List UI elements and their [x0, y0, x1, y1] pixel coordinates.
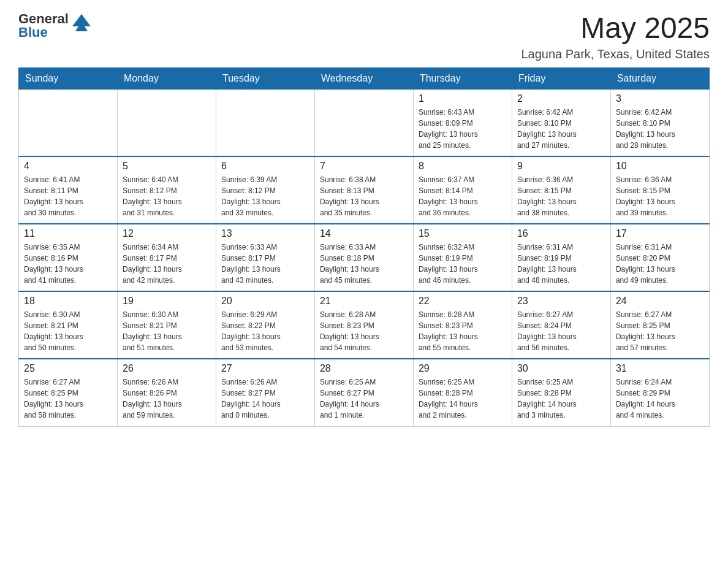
calendar-cell: 29Sunrise: 6:25 AM Sunset: 8:28 PM Dayli… [413, 359, 512, 426]
calendar-cell: 31Sunrise: 6:24 AM Sunset: 8:29 PM Dayli… [610, 359, 709, 426]
day-number: 29 [419, 363, 507, 374]
header-thursday: Thursday [413, 67, 512, 89]
calendar-cell [314, 89, 413, 156]
day-info: Sunrise: 6:36 AM Sunset: 8:15 PM Dayligh… [616, 174, 704, 218]
day-info: Sunrise: 6:33 AM Sunset: 8:17 PM Dayligh… [221, 242, 309, 286]
calendar-cell: 27Sunrise: 6:26 AM Sunset: 8:27 PM Dayli… [216, 359, 314, 426]
calendar-cell: 1Sunrise: 6:43 AM Sunset: 8:09 PM Daylig… [413, 89, 512, 156]
day-number: 18 [24, 296, 112, 307]
calendar-cell: 3Sunrise: 6:42 AM Sunset: 8:10 PM Daylig… [610, 89, 709, 156]
header-wednesday: Wednesday [314, 67, 413, 89]
calendar-cell: 7Sunrise: 6:38 AM Sunset: 8:13 PM Daylig… [314, 156, 413, 224]
day-number: 6 [221, 161, 309, 172]
day-number: 16 [517, 228, 605, 239]
calendar-cell: 15Sunrise: 6:32 AM Sunset: 8:19 PM Dayli… [413, 224, 512, 291]
calendar-cell: 22Sunrise: 6:28 AM Sunset: 8:23 PM Dayli… [413, 291, 512, 359]
day-info: Sunrise: 6:31 AM Sunset: 8:20 PM Dayligh… [616, 242, 704, 286]
day-info: Sunrise: 6:34 AM Sunset: 8:17 PM Dayligh… [123, 242, 211, 286]
day-number: 12 [123, 228, 211, 239]
day-number: 26 [123, 363, 211, 374]
calendar-cell: 11Sunrise: 6:35 AM Sunset: 8:16 PM Dayli… [19, 224, 118, 291]
day-info: Sunrise: 6:30 AM Sunset: 8:21 PM Dayligh… [24, 309, 112, 353]
day-info: Sunrise: 6:27 AM Sunset: 8:25 PM Dayligh… [616, 309, 704, 353]
day-number: 24 [616, 296, 704, 307]
day-info: Sunrise: 6:25 AM Sunset: 8:28 PM Dayligh… [517, 377, 605, 421]
logo-blue: Blue [18, 26, 69, 39]
day-info: Sunrise: 6:27 AM Sunset: 8:24 PM Dayligh… [517, 309, 605, 353]
month-year-title: May 2025 [521, 12, 710, 45]
calendar-cell: 20Sunrise: 6:29 AM Sunset: 8:22 PM Dayli… [216, 291, 314, 359]
day-info: Sunrise: 6:27 AM Sunset: 8:25 PM Dayligh… [24, 377, 112, 421]
calendar-cell: 10Sunrise: 6:36 AM Sunset: 8:15 PM Dayli… [610, 156, 709, 224]
calendar-cell: 12Sunrise: 6:34 AM Sunset: 8:17 PM Dayli… [117, 224, 216, 291]
calendar-cell: 26Sunrise: 6:26 AM Sunset: 8:26 PM Dayli… [117, 359, 216, 426]
day-info: Sunrise: 6:43 AM Sunset: 8:09 PM Dayligh… [419, 107, 507, 151]
day-number: 2 [517, 93, 605, 104]
calendar-cell: 17Sunrise: 6:31 AM Sunset: 8:20 PM Dayli… [610, 224, 709, 291]
calendar-cell: 2Sunrise: 6:42 AM Sunset: 8:10 PM Daylig… [512, 89, 610, 156]
day-number: 28 [320, 363, 408, 374]
day-number: 5 [123, 161, 211, 172]
day-number: 21 [320, 296, 408, 307]
day-info: Sunrise: 6:25 AM Sunset: 8:27 PM Dayligh… [320, 377, 408, 421]
calendar-cell: 18Sunrise: 6:30 AM Sunset: 8:21 PM Dayli… [19, 291, 118, 359]
day-number: 25 [24, 363, 112, 374]
calendar-cell [216, 89, 314, 156]
day-number: 11 [24, 228, 112, 239]
day-number: 31 [616, 363, 704, 374]
calendar-cell: 23Sunrise: 6:27 AM Sunset: 8:24 PM Dayli… [512, 291, 610, 359]
calendar-header-row: Sunday Monday Tuesday Wednesday Thursday… [19, 67, 710, 89]
calendar-cell: 16Sunrise: 6:31 AM Sunset: 8:19 PM Dayli… [512, 224, 610, 291]
day-number: 4 [24, 161, 112, 172]
day-info: Sunrise: 6:26 AM Sunset: 8:26 PM Dayligh… [123, 377, 211, 421]
day-number: 23 [517, 296, 605, 307]
page-header: General Blue May 2025 Laguna Park, Texas… [18, 12, 710, 61]
day-number: 1 [419, 93, 507, 104]
calendar-cell [117, 89, 216, 156]
day-number: 22 [419, 296, 507, 307]
day-info: Sunrise: 6:24 AM Sunset: 8:29 PM Dayligh… [616, 377, 704, 421]
day-info: Sunrise: 6:40 AM Sunset: 8:12 PM Dayligh… [123, 174, 211, 218]
calendar-cell: 14Sunrise: 6:33 AM Sunset: 8:18 PM Dayli… [314, 224, 413, 291]
day-number: 9 [517, 161, 605, 172]
day-info: Sunrise: 6:39 AM Sunset: 8:12 PM Dayligh… [221, 174, 309, 218]
logo-text: General Blue [18, 12, 69, 39]
calendar-cell: 21Sunrise: 6:28 AM Sunset: 8:23 PM Dayli… [314, 291, 413, 359]
day-info: Sunrise: 6:32 AM Sunset: 8:19 PM Dayligh… [419, 242, 507, 286]
day-info: Sunrise: 6:42 AM Sunset: 8:10 PM Dayligh… [517, 107, 605, 151]
day-info: Sunrise: 6:28 AM Sunset: 8:23 PM Dayligh… [320, 309, 408, 353]
calendar-table: Sunday Monday Tuesday Wednesday Thursday… [18, 67, 710, 427]
logo-general: General [18, 12, 69, 26]
day-info: Sunrise: 6:30 AM Sunset: 8:21 PM Dayligh… [123, 309, 211, 353]
header-tuesday: Tuesday [216, 67, 314, 89]
calendar-cell: 30Sunrise: 6:25 AM Sunset: 8:28 PM Dayli… [512, 359, 610, 426]
day-info: Sunrise: 6:28 AM Sunset: 8:23 PM Dayligh… [419, 309, 507, 353]
day-info: Sunrise: 6:25 AM Sunset: 8:28 PM Dayligh… [419, 377, 507, 421]
calendar-cell: 6Sunrise: 6:39 AM Sunset: 8:12 PM Daylig… [216, 156, 314, 224]
calendar-week-5: 25Sunrise: 6:27 AM Sunset: 8:25 PM Dayli… [19, 359, 710, 426]
day-number: 10 [616, 161, 704, 172]
header-monday: Monday [117, 67, 216, 89]
day-number: 3 [616, 93, 704, 104]
calendar-week-2: 4Sunrise: 6:41 AM Sunset: 8:11 PM Daylig… [19, 156, 710, 224]
calendar-cell [19, 89, 118, 156]
calendar-cell: 13Sunrise: 6:33 AM Sunset: 8:17 PM Dayli… [216, 224, 314, 291]
day-number: 8 [419, 161, 507, 172]
calendar-cell: 28Sunrise: 6:25 AM Sunset: 8:27 PM Dayli… [314, 359, 413, 426]
logo-icon [72, 14, 91, 33]
day-number: 27 [221, 363, 309, 374]
calendar-cell: 9Sunrise: 6:36 AM Sunset: 8:15 PM Daylig… [512, 156, 610, 224]
day-info: Sunrise: 6:38 AM Sunset: 8:13 PM Dayligh… [320, 174, 408, 218]
calendar-week-1: 1Sunrise: 6:43 AM Sunset: 8:09 PM Daylig… [19, 89, 710, 156]
day-number: 20 [221, 296, 309, 307]
calendar-cell: 5Sunrise: 6:40 AM Sunset: 8:12 PM Daylig… [117, 156, 216, 224]
day-number: 30 [517, 363, 605, 374]
day-info: Sunrise: 6:31 AM Sunset: 8:19 PM Dayligh… [517, 242, 605, 286]
day-info: Sunrise: 6:41 AM Sunset: 8:11 PM Dayligh… [24, 174, 112, 218]
calendar-cell: 19Sunrise: 6:30 AM Sunset: 8:21 PM Dayli… [117, 291, 216, 359]
day-info: Sunrise: 6:29 AM Sunset: 8:22 PM Dayligh… [221, 309, 309, 353]
calendar-cell: 24Sunrise: 6:27 AM Sunset: 8:25 PM Dayli… [610, 291, 709, 359]
title-section: May 2025 Laguna Park, Texas, United Stat… [521, 12, 710, 61]
calendar-cell: 4Sunrise: 6:41 AM Sunset: 8:11 PM Daylig… [19, 156, 118, 224]
day-info: Sunrise: 6:26 AM Sunset: 8:27 PM Dayligh… [221, 377, 309, 421]
